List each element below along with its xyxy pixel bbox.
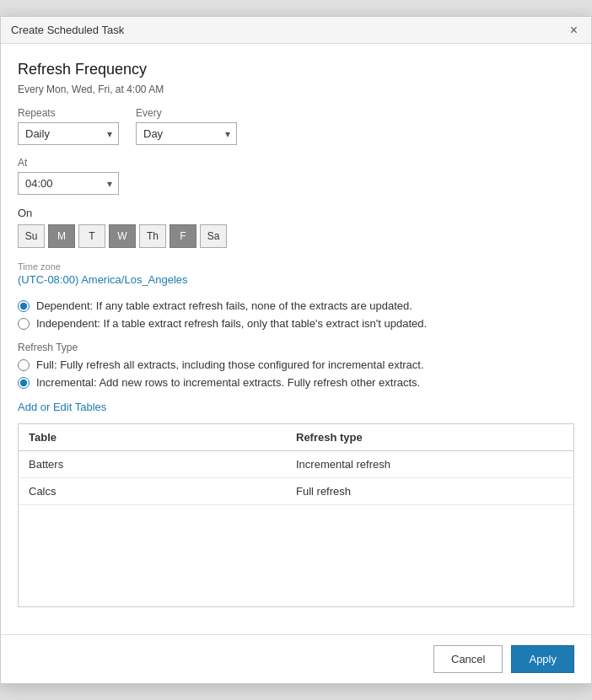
add-edit-tables-link[interactable]: Add or Edit Tables <box>18 401 106 413</box>
day-btn-th[interactable]: Th <box>139 224 166 248</box>
day-btn-m[interactable]: M <box>48 224 75 248</box>
day-btn-f[interactable]: F <box>170 224 196 248</box>
refresh-type-batters: Incremental refresh <box>296 458 563 471</box>
table-row: Batters Incremental refresh <box>19 451 573 478</box>
dependency-radio-group: Dependent: If any table extract refresh … <box>18 299 574 330</box>
repeats-label: Repeats <box>18 107 119 119</box>
dependent-radio-item: Dependent: If any table extract refresh … <box>18 299 574 312</box>
incremental-refresh-radio[interactable] <box>18 377 30 389</box>
independent-radio[interactable] <box>18 318 30 330</box>
day-btn-sa[interactable]: Sa <box>200 224 227 248</box>
section-title: Refresh Frequency <box>18 61 574 78</box>
dialog-title: Create Scheduled Task <box>11 24 124 36</box>
at-group: At 04:00 05:00 06:00 <box>18 157 119 195</box>
create-scheduled-task-dialog: Create Scheduled Task × Refresh Frequenc… <box>0 16 592 684</box>
day-btn-t[interactable]: T <box>78 224 105 248</box>
incremental-refresh-radio-item: Incremental: Add new rows to incremental… <box>18 376 574 389</box>
table-row: Calcs Full refresh <box>19 478 573 505</box>
on-label: On <box>18 207 574 219</box>
table-name-batters: Batters <box>29 458 296 471</box>
at-row: At 04:00 05:00 06:00 <box>18 157 574 195</box>
repeats-select-wrapper: Daily Weekly Monthly <box>18 122 119 145</box>
full-refresh-radio-item: Full: Fully refresh all extracts, includ… <box>18 358 574 371</box>
at-label: At <box>18 157 119 169</box>
on-section: On Su M T W Th F Sa <box>18 207 574 248</box>
every-group: Every Day 2 Days 3 Days <box>136 107 237 145</box>
schedule-summary: Every Mon, Wed, Fri, at 4:00 AM <box>18 83 574 95</box>
at-select-wrapper: 04:00 05:00 06:00 <box>18 172 119 195</box>
day-btn-w[interactable]: W <box>109 224 136 248</box>
refresh-type-section: Refresh Type Full: Fully refresh all ext… <box>18 342 574 389</box>
refresh-type-calcs: Full refresh <box>296 485 563 498</box>
refresh-type-col-header: Refresh type <box>296 431 563 444</box>
close-button[interactable]: × <box>567 22 581 39</box>
table-col-header: Table <box>29 431 296 444</box>
dialog-body: Refresh Frequency Every Mon, Wed, Fri, a… <box>1 44 591 634</box>
repeats-group: Repeats Daily Weekly Monthly <box>18 107 119 145</box>
days-row: Su M T W Th F Sa <box>18 224 574 248</box>
repeats-every-row: Repeats Daily Weekly Monthly Every Day 2… <box>18 107 574 145</box>
timezone-group: Time zone (UTC-08:00) America/Los_Angele… <box>18 261 574 286</box>
apply-button[interactable]: Apply <box>511 645 574 673</box>
every-label: Every <box>136 107 237 119</box>
timezone-link[interactable]: (UTC-08:00) America/Los_Angeles <box>18 273 188 286</box>
table-header: Table Refresh type <box>19 424 573 451</box>
every-select-wrapper: Day 2 Days 3 Days <box>136 122 237 145</box>
independent-radio-item: Independent: If a table extract refresh … <box>18 317 574 330</box>
refresh-type-radio-group: Full: Fully refresh all extracts, includ… <box>18 358 574 389</box>
independent-radio-label[interactable]: Independent: If a table extract refresh … <box>36 317 427 330</box>
at-select[interactable]: 04:00 05:00 06:00 <box>18 172 119 195</box>
cancel-button[interactable]: Cancel <box>433 645 503 673</box>
table-name-calcs: Calcs <box>29 485 296 498</box>
full-refresh-label[interactable]: Full: Fully refresh all extracts, includ… <box>36 358 424 371</box>
refresh-type-label: Refresh Type <box>18 342 574 353</box>
full-refresh-radio[interactable] <box>18 359 30 371</box>
dependent-radio-label[interactable]: Dependent: If any table extract refresh … <box>36 299 412 312</box>
dialog-titlebar: Create Scheduled Task × <box>1 17 591 44</box>
dialog-footer: Cancel Apply <box>1 634 591 683</box>
tables-container: Table Refresh type Batters Incremental r… <box>18 423 574 607</box>
incremental-refresh-label[interactable]: Incremental: Add new rows to incremental… <box>36 376 420 389</box>
dependent-radio[interactable] <box>18 300 30 312</box>
repeats-select[interactable]: Daily Weekly Monthly <box>18 122 119 145</box>
day-btn-su[interactable]: Su <box>18 224 45 248</box>
every-select[interactable]: Day 2 Days 3 Days <box>136 122 237 145</box>
table-empty-area <box>19 505 573 606</box>
timezone-label: Time zone <box>18 261 574 272</box>
